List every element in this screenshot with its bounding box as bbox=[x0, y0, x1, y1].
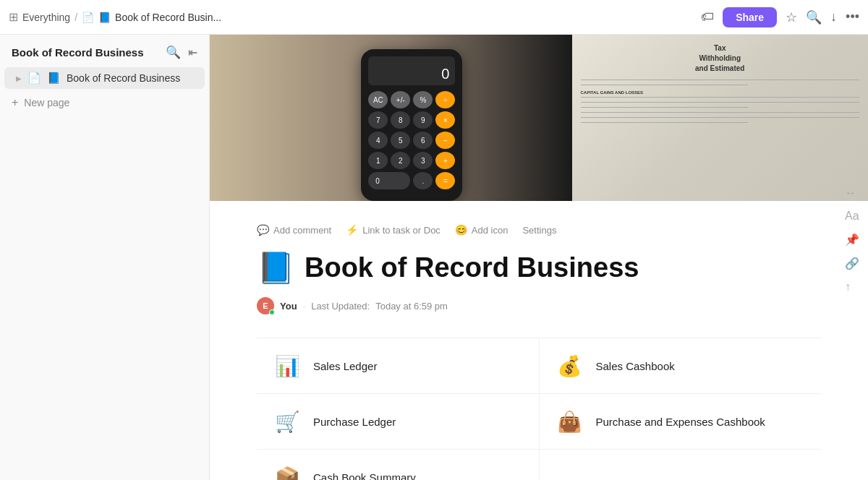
card-sales-ledger[interactable]: 📊 Sales Ledger bbox=[257, 338, 540, 393]
sidebar-title: Book of Record Business bbox=[12, 46, 144, 59]
card-label-purchase-ledger: Purchase Ledger bbox=[313, 416, 396, 428]
calc-buttons: AC +/- % ÷ 7 8 9 × 4 5 6 − 1 bbox=[368, 91, 455, 189]
calc-btn-7: 7 bbox=[368, 111, 388, 129]
form-line-4 bbox=[581, 102, 860, 103]
last-updated-time: Today at 6:59 pm bbox=[375, 301, 448, 312]
calc-btn-div: ÷ bbox=[435, 91, 455, 108]
toolbar-row: 💬 Add comment ⚡ Link to task or Doc 😊 Ad… bbox=[257, 224, 821, 236]
sidebar-item-emoji: 📘 bbox=[47, 72, 61, 85]
calc-btn-dot: . bbox=[413, 172, 433, 189]
link-icon: ⚡ bbox=[346, 224, 358, 236]
icon-label: Add icon bbox=[472, 225, 509, 236]
meta-divider: · bbox=[303, 301, 306, 312]
card-sales-cashbook[interactable]: 💰 Sales Cashbook bbox=[540, 338, 822, 393]
calculator-visual: 0 AC +/- % ÷ 7 8 9 × 4 5 6 bbox=[361, 49, 462, 201]
topbar-right: 🏷 Share ☆ 🔍 ↓ ••• bbox=[701, 7, 859, 27]
form-line-8 bbox=[581, 122, 748, 123]
card-cash-book-summary[interactable]: 📦 Cash Book Summary bbox=[257, 450, 540, 480]
comment-icon: 💬 bbox=[257, 224, 269, 236]
sidebar-item-book-of-record[interactable]: ▶ 📄 📘 Book of Record Business bbox=[4, 67, 205, 89]
settings-button[interactable]: Settings bbox=[522, 225, 556, 236]
page-title-emoji: 📘 bbox=[257, 250, 294, 286]
grid-icon[interactable]: ⊞ bbox=[9, 10, 18, 24]
calc-btn-3: 3 bbox=[413, 152, 433, 169]
export-icon[interactable]: ↓ bbox=[830, 9, 837, 25]
new-page-button[interactable]: + New page bbox=[0, 92, 209, 113]
form-line-1 bbox=[581, 80, 860, 80]
link-to-task-button[interactable]: ⚡ Link to task or Doc bbox=[346, 224, 441, 236]
sidebar-header: Book of Record Business 🔍 ⇤ bbox=[0, 35, 209, 67]
meta-row: E You · Last Updated: Today at 6:59 pm bbox=[257, 297, 821, 314]
calc-btn-eq: = bbox=[435, 172, 455, 189]
card-emoji-sales-ledger: 📊 bbox=[271, 350, 303, 382]
sidebar-item-label: Book of Record Business bbox=[67, 72, 196, 84]
breadcrumb-page-name[interactable]: Book of Record Busin... bbox=[115, 12, 221, 23]
hero-left: 0 AC +/- % ÷ 7 8 9 × 4 5 6 bbox=[210, 35, 585, 201]
sidebar-collapse-icon[interactable]: ⇤ bbox=[188, 46, 197, 59]
more-icon[interactable]: ••• bbox=[846, 9, 859, 25]
calc-btn-4: 4 bbox=[368, 132, 388, 149]
form-line-2 bbox=[581, 85, 748, 85]
calc-btn-pct: % bbox=[413, 91, 433, 108]
expand-icon[interactable]: ↔ bbox=[845, 187, 859, 200]
card-purchase-expenses-cashbook[interactable]: 👜 Purchase and Expenses Cashbook bbox=[540, 394, 822, 449]
font-icon[interactable]: Aa bbox=[845, 210, 859, 223]
calc-screen: 0 bbox=[368, 56, 455, 85]
sidebar: Book of Record Business 🔍 ⇤ ▶ 📄 📘 Book o… bbox=[0, 35, 210, 480]
card-label-sales-ledger: Sales Ledger bbox=[313, 360, 377, 372]
form-line-7 bbox=[581, 117, 860, 118]
calc-btn-ac: AC bbox=[368, 91, 388, 108]
settings-label: Settings bbox=[522, 225, 556, 236]
sidebar-item-arrow: ▶ bbox=[16, 74, 22, 82]
cards-grid: 📊 Sales Ledger 💰 Sales Cashbook 🛒 Purcha… bbox=[257, 338, 821, 480]
emoji-icon: 😊 bbox=[455, 224, 467, 236]
hero-image-inner: 0 AC +/- % ÷ 7 8 9 × 4 5 6 bbox=[210, 35, 868, 201]
hero-tax-form: TaxWithholdingand Estimated Capital Gain… bbox=[572, 35, 869, 201]
calc-btn-5: 5 bbox=[391, 132, 410, 149]
app-name[interactable]: Everything bbox=[22, 12, 70, 23]
doc-icon: 📄 bbox=[82, 12, 94, 23]
page-title-row: 📘 Book of Record Business bbox=[257, 250, 821, 286]
share-button[interactable]: Share bbox=[723, 7, 777, 27]
page-title: Book of Record Business bbox=[305, 252, 639, 283]
bookmark-icon[interactable]: 🏷 bbox=[701, 9, 714, 25]
card-emoji-sales-cashbook: 💰 bbox=[554, 350, 586, 382]
card-label-purchase-expenses: Purchase and Expenses Cashbook bbox=[596, 416, 765, 428]
calc-btn-sub: − bbox=[435, 132, 455, 149]
page-emoji-breadcrumb: 📘 bbox=[98, 12, 111, 23]
link-label: Link to task or Doc bbox=[362, 225, 441, 236]
link2-icon[interactable]: 🔗 bbox=[845, 257, 859, 270]
page-body: 💬 Add comment ⚡ Link to task or Doc 😊 Ad… bbox=[213, 201, 864, 480]
sidebar-item-doc-icon: 📄 bbox=[27, 72, 41, 85]
add-icon-button[interactable]: 😊 Add icon bbox=[455, 224, 509, 236]
sidebar-search-icon[interactable]: 🔍 bbox=[166, 45, 181, 60]
cards-row-2: 🛒 Purchase Ledger 👜 Purchase and Expense… bbox=[257, 394, 821, 450]
form-line-6 bbox=[581, 112, 860, 113]
right-tools: ↔ Aa 📌 🔗 ↑ bbox=[845, 187, 859, 293]
sidebar-header-icons: 🔍 ⇤ bbox=[166, 45, 197, 60]
calc-btn-2: 2 bbox=[391, 152, 410, 169]
calc-btn-add: + bbox=[435, 152, 455, 169]
form-line-3 bbox=[581, 97, 860, 98]
page-content-area: 0 AC +/- % ÷ 7 8 9 × 4 5 6 bbox=[210, 35, 868, 480]
breadcrumb-separator: / bbox=[75, 12, 77, 23]
calc-btn-0: 0 bbox=[368, 172, 410, 189]
calc-btn-6: 6 bbox=[413, 132, 433, 149]
plus-icon: + bbox=[12, 96, 18, 109]
add-comment-button[interactable]: 💬 Add comment bbox=[257, 224, 331, 236]
card-emoji-cash-book-summary: 📦 bbox=[271, 461, 303, 480]
search-icon[interactable]: 🔍 bbox=[806, 9, 822, 25]
comment-label: Add comment bbox=[273, 225, 331, 236]
form-title: TaxWithholdingand Estimated bbox=[581, 43, 860, 74]
calc-btn-sign: +/- bbox=[391, 91, 410, 108]
last-updated-label: Last Updated: bbox=[311, 301, 370, 312]
form-section-1: Capital Gains and Losses bbox=[581, 90, 860, 95]
topbar-left: ⊞ Everything / 📄 📘 Book of Record Busin.… bbox=[9, 10, 221, 24]
pin-icon[interactable]: 📌 bbox=[845, 233, 859, 247]
cards-row-1: 📊 Sales Ledger 💰 Sales Cashbook bbox=[257, 338, 821, 394]
share2-icon[interactable]: ↑ bbox=[845, 280, 859, 293]
hero-image: 0 AC +/- % ÷ 7 8 9 × 4 5 6 bbox=[210, 35, 868, 201]
card-purchase-ledger[interactable]: 🛒 Purchase Ledger bbox=[257, 394, 540, 449]
card-label-sales-cashbook: Sales Cashbook bbox=[596, 360, 675, 372]
star-icon[interactable]: ☆ bbox=[786, 9, 797, 25]
